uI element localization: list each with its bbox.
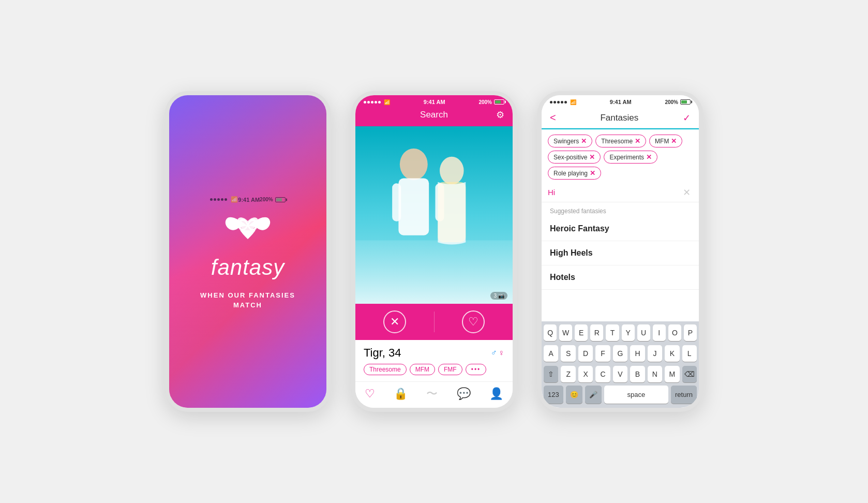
fantasy-search-input[interactable]: Hi	[548, 186, 693, 199]
couple-photo: 3 📷	[355, 126, 513, 304]
chip-label: Swingers	[553, 138, 579, 145]
chip-sex-positive[interactable]: Sex-positive ✕	[548, 151, 601, 164]
key-b[interactable]: B	[630, 366, 645, 382]
key-space[interactable]: space	[604, 386, 668, 404]
phone-search: 📶 9:41 AM 200% Search ⚙	[351, 91, 517, 412]
status-left-3: 📶	[550, 99, 576, 105]
chip-role-playing[interactable]: Role playing ✕	[548, 167, 601, 180]
male-icon: ♂	[491, 348, 497, 358]
key-u[interactable]: U	[637, 324, 650, 341]
battery-percent-3: 200%	[665, 99, 678, 105]
key-l[interactable]: L	[682, 345, 697, 362]
chip-swingers[interactable]: Swingers ✕	[548, 135, 592, 147]
nav-lock[interactable]: 🔒	[394, 387, 408, 401]
dislike-icon: ✕	[383, 310, 406, 333]
key-k[interactable]: K	[665, 345, 679, 362]
key-t[interactable]: T	[606, 324, 619, 341]
back-button[interactable]: <	[550, 112, 556, 124]
key-h[interactable]: H	[630, 345, 645, 362]
clear-button[interactable]: ✕	[683, 187, 691, 198]
kb-row-1: Q W E R T Y U I O P	[542, 321, 699, 342]
nav-messages[interactable]: 💬	[457, 387, 471, 401]
status-left-2: 📶	[364, 99, 390, 105]
logo-icon: ∞	[222, 205, 274, 247]
tag-threesome[interactable]: Threesome	[364, 364, 407, 375]
key-v[interactable]: V	[613, 366, 627, 382]
key-o[interactable]: O	[668, 324, 681, 341]
signal-dot	[557, 101, 560, 103]
tag-mfm[interactable]: MFM	[410, 364, 435, 375]
suggestions-label: Suggested fantasies	[542, 202, 699, 217]
chip-remove[interactable]: ✕	[581, 137, 587, 145]
key-backspace[interactable]: ⌫	[682, 366, 697, 382]
battery-fill-2	[495, 100, 501, 103]
splash-screen: 📶 9:41 AM 200%	[169, 95, 326, 408]
key-q[interactable]: Q	[544, 324, 557, 341]
profile-card: 3 📷	[355, 126, 513, 304]
key-z[interactable]: Z	[561, 366, 575, 382]
key-a[interactable]: A	[544, 345, 558, 362]
profile-info: Tigr, 34 ♂ ♀ Threesome MFM FMF •••	[355, 340, 513, 381]
filter-icon[interactable]: ⚙	[496, 109, 504, 121]
key-w[interactable]: W	[559, 324, 572, 341]
battery-icon-2	[494, 99, 504, 105]
chip-remove[interactable]: ✕	[671, 137, 677, 145]
nav-activity[interactable]: 〜	[426, 386, 438, 402]
chip-mfm[interactable]: MFM ✕	[649, 135, 682, 147]
key-y[interactable]: Y	[622, 324, 635, 341]
tag-fmf[interactable]: FMF	[438, 364, 462, 375]
status-time-3: 9:41 AM	[610, 99, 632, 105]
kb-row-3: ⇧ Z X C V B N M ⌫	[542, 363, 699, 383]
suggestion-heels[interactable]: High Heels	[542, 241, 699, 265]
key-e[interactable]: E	[575, 324, 588, 341]
key-mic[interactable]: 🎤	[585, 386, 602, 404]
key-f[interactable]: F	[595, 345, 610, 362]
camera-icon: 📷	[498, 293, 504, 299]
key-shift[interactable]: ⇧	[544, 366, 558, 382]
signal-dot	[564, 101, 567, 103]
status-bar-2: 📶 9:41 AM 200%	[355, 95, 513, 108]
chip-threesome[interactable]: Threesome ✕	[595, 135, 646, 147]
kb-row-2: A S D F G H J K L	[542, 342, 699, 363]
chip-remove[interactable]: ✕	[589, 153, 595, 161]
wifi-icon-3: 📶	[570, 99, 576, 105]
key-d[interactable]: D	[578, 345, 593, 362]
key-n[interactable]: N	[648, 366, 662, 382]
photo-count-number: 3	[493, 293, 497, 299]
key-m[interactable]: M	[665, 366, 679, 382]
suggestion-hotels[interactable]: Hotels	[542, 265, 699, 290]
key-i[interactable]: I	[653, 324, 666, 341]
chip-label: Role playing	[553, 170, 588, 177]
gender-icons: ♂ ♀	[491, 348, 504, 358]
tag-more[interactable]: •••	[466, 364, 487, 375]
key-g[interactable]: G	[613, 345, 627, 362]
confirm-button[interactable]: ✓	[683, 112, 691, 124]
key-s[interactable]: S	[561, 345, 575, 362]
key-r[interactable]: R	[590, 324, 603, 341]
key-p[interactable]: P	[684, 324, 697, 341]
key-return[interactable]: return	[671, 386, 697, 404]
chip-remove[interactable]: ✕	[646, 153, 652, 161]
chip-remove[interactable]: ✕	[590, 169, 595, 177]
chip-experiments[interactable]: Experiments ✕	[604, 151, 657, 164]
chips-area: Swingers ✕ Threesome ✕ MFM ✕ Sex-positiv…	[542, 129, 699, 183]
nav-home[interactable]: ♡	[365, 387, 375, 401]
key-j[interactable]: J	[648, 345, 662, 362]
like-button[interactable]: ♡	[435, 304, 513, 340]
signal-dot	[364, 101, 366, 103]
signal-dot	[561, 101, 563, 103]
key-c[interactable]: C	[595, 366, 610, 382]
chip-remove[interactable]: ✕	[635, 137, 640, 145]
key-123[interactable]: 123	[544, 386, 563, 404]
signal-dot	[550, 101, 552, 103]
signal-dot	[553, 101, 556, 103]
suggestion-heroic[interactable]: Heroic Fantasy	[542, 217, 699, 241]
dislike-button[interactable]: ✕	[355, 304, 434, 340]
key-emoji[interactable]: 😊	[566, 386, 582, 404]
search-header: Search ⚙	[355, 108, 513, 126]
key-x[interactable]: X	[578, 366, 593, 382]
signal-dot	[378, 101, 381, 103]
status-time-2: 9:41 AM	[424, 99, 445, 105]
svg-point-3	[400, 149, 428, 180]
nav-profile[interactable]: 👤	[489, 387, 503, 401]
